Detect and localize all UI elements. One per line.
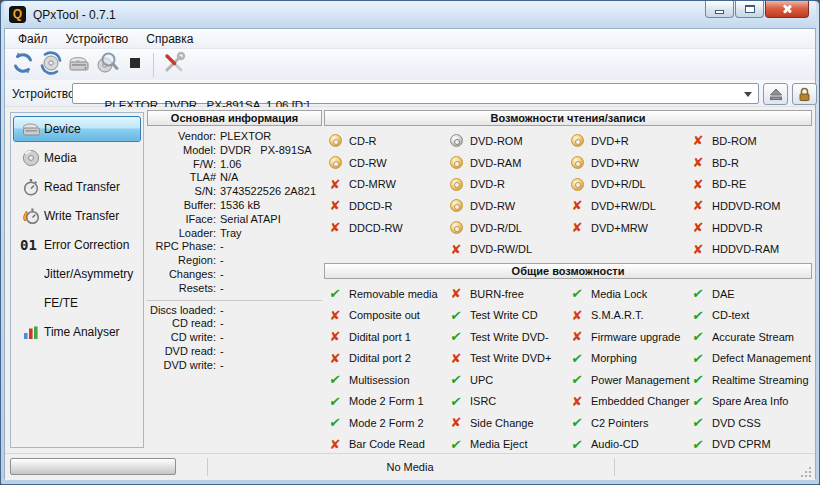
sidebar-item-time-analyser[interactable]: Time Analyser bbox=[13, 319, 141, 345]
capability-label: Multisession bbox=[349, 374, 410, 386]
capability-label: BD-ROM bbox=[712, 135, 757, 147]
capability-label: Embedded Changer bbox=[591, 395, 689, 407]
minimize-button[interactable] bbox=[705, 1, 734, 18]
info-row-label: S/N: bbox=[147, 185, 220, 199]
scan-media-button[interactable] bbox=[93, 51, 121, 79]
refresh-arrows-icon bbox=[11, 51, 35, 78]
capability-label: Mode 2 Form 2 bbox=[349, 417, 424, 429]
eject-button[interactable] bbox=[763, 83, 788, 105]
rw-capabilities-grid: CD-RCD-RW✘CD-MRW✘DDCD-R✘DDCD-RWDVD-ROMDV… bbox=[324, 130, 812, 260]
capability-bd-r: ✘BD-R bbox=[691, 152, 812, 174]
sidebar-item-media[interactable]: Media bbox=[13, 145, 141, 171]
device-select[interactable]: PLEXTOR DVDR PX-891SA 1.06 [D:] bbox=[72, 83, 759, 104]
app-window: Q QPxTool - 0.7.1 ФайлУстройствоСправка … bbox=[0, 0, 820, 485]
capability-label: Media Lock bbox=[591, 288, 647, 300]
capability-label: DVD-ROM bbox=[470, 135, 523, 147]
toolbar bbox=[5, 49, 815, 80]
sidebar-item-fe-te[interactable]: FE/TE bbox=[13, 290, 141, 316]
check-icon: ✔ bbox=[569, 415, 585, 430]
info-row: Buffer:1536 kB bbox=[147, 199, 322, 213]
capability-label: ISRC bbox=[470, 395, 496, 407]
capability-label: CD-RW bbox=[349, 157, 387, 169]
info-row-value: - bbox=[220, 254, 224, 268]
capability-label: CD-R bbox=[349, 135, 377, 147]
capabilities-column: ✔DAE✔CD-text✔Accurate Stream✔Defect Mana… bbox=[691, 283, 812, 455]
check-icon: ✔ bbox=[327, 286, 343, 301]
preferences-button[interactable] bbox=[160, 51, 188, 79]
info-row: Changes:- bbox=[147, 268, 322, 282]
capability-label: Mode 2 Form 1 bbox=[349, 395, 424, 407]
titlebar[interactable]: Q QPxTool - 0.7.1 bbox=[4, 1, 816, 28]
sidebar-item-label: Read Transfer bbox=[44, 180, 120, 194]
capabilities-panel: Возможности чтения/записи CD-RCD-RW✘CD-M… bbox=[324, 110, 812, 455]
capability-isrc: ✔ISRC bbox=[449, 391, 570, 413]
sidebar-item-device[interactable]: Device bbox=[13, 116, 141, 142]
menu-device[interactable]: Устройство bbox=[57, 30, 138, 48]
lock-button[interactable] bbox=[792, 83, 817, 105]
sidebar-item-label: Jitter/Asymmetry bbox=[44, 267, 133, 281]
refresh-media-button[interactable] bbox=[37, 51, 65, 79]
info-row: Resets:- bbox=[147, 282, 322, 296]
capability-dvd-r: DVD+R bbox=[570, 130, 691, 152]
status-message: No Media bbox=[207, 461, 613, 473]
capability-side-change: ✘Side Change bbox=[449, 412, 570, 434]
info-row-value: - bbox=[220, 268, 224, 282]
capability-hddvd-rom: ✘HDDVD-ROM bbox=[691, 195, 812, 217]
info-row-label: IFace: bbox=[147, 213, 220, 227]
capability-label: BURN-free bbox=[470, 288, 524, 300]
sidebar-item-read-transfer[interactable]: Read Transfer bbox=[13, 174, 141, 200]
capability-label: DVD-RW bbox=[470, 200, 515, 212]
capability-label: BD-RE bbox=[712, 178, 746, 190]
resize-grip[interactable] bbox=[801, 467, 812, 478]
capability-multisession: ✔Multisession bbox=[328, 369, 449, 391]
check-icon: ✔ bbox=[690, 437, 706, 452]
stop-square-icon bbox=[123, 51, 147, 78]
menu-help[interactable]: Справка bbox=[137, 30, 202, 48]
app-logo-icon: Q bbox=[9, 6, 26, 23]
refresh-bus-button[interactable] bbox=[9, 51, 37, 79]
cross-icon: ✘ bbox=[449, 351, 463, 366]
menu-file[interactable]: Файл bbox=[9, 30, 57, 48]
capability-label: BD-R bbox=[712, 157, 739, 169]
info-row-label: CD read: bbox=[147, 317, 220, 331]
sidebar-item-error-correction[interactable]: 01Error Correction bbox=[13, 232, 141, 258]
capability-label: DDCD-R bbox=[349, 200, 392, 212]
sidebar-item-write-transfer[interactable]: Write Transfer bbox=[13, 203, 141, 229]
capability-dvd-rw: DVD+RW bbox=[570, 152, 691, 174]
info-row-label: Buffer: bbox=[147, 199, 220, 213]
capability-dae: ✔DAE bbox=[691, 283, 812, 305]
writable-disc-icon bbox=[328, 134, 342, 147]
capability-label: Accurate Stream bbox=[712, 331, 794, 343]
info-row-value: PLEXTOR bbox=[220, 130, 271, 144]
check-icon: ✔ bbox=[690, 286, 706, 301]
maximize-icon bbox=[745, 5, 755, 13]
cross-icon: ✘ bbox=[691, 155, 705, 170]
capability-cd-r: CD-R bbox=[328, 130, 449, 152]
capability-label: HDDVD-R bbox=[712, 222, 763, 234]
capability-power-management: ✔Power Management bbox=[570, 369, 691, 391]
info-row-value: N/A bbox=[220, 171, 238, 185]
info-row: S/N:3743522526 2A821 bbox=[147, 185, 322, 199]
check-icon: ✔ bbox=[448, 437, 464, 452]
capability-label: Test Write CD bbox=[470, 309, 538, 321]
device-label: Устройство: bbox=[12, 87, 78, 101]
stop-button[interactable] bbox=[121, 51, 149, 79]
writable-disc-icon bbox=[570, 178, 584, 191]
drive-tray-button[interactable] bbox=[65, 51, 93, 79]
close-button[interactable] bbox=[765, 1, 809, 18]
capability-label: HDDVD-RAM bbox=[712, 243, 779, 255]
maximize-button[interactable] bbox=[735, 1, 764, 18]
bar-chart-icon bbox=[18, 324, 44, 340]
capability-cd-rw: CD-RW bbox=[328, 152, 449, 174]
sidebar-item-jitter-asymmetry[interactable]: Jitter/Asymmetry bbox=[13, 261, 141, 287]
rw-capabilities-header: Возможности чтения/записи bbox=[324, 110, 812, 126]
minimize-icon bbox=[715, 10, 724, 14]
info-row: Region:- bbox=[147, 254, 322, 268]
capability-label: Test Write DVD+ bbox=[470, 352, 551, 364]
divider bbox=[614, 458, 615, 476]
writable-disc-icon bbox=[449, 199, 463, 212]
capability-label: Morphing bbox=[591, 352, 637, 364]
cross-icon: ✘ bbox=[328, 437, 342, 452]
capability-label: DVD+R bbox=[591, 135, 629, 147]
cross-icon: ✘ bbox=[691, 220, 705, 235]
